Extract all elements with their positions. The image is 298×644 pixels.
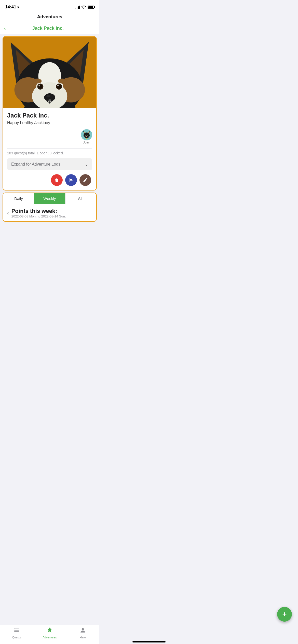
prev-week-button[interactable]: ‹: [7, 210, 9, 216]
card-body: Jack Pack Inc. Happy healthy Jackiboy: [3, 108, 96, 190]
flag-icon: [69, 178, 74, 183]
owner-name: Joan: [83, 140, 90, 144]
chevron-down-icon: ⌄: [85, 162, 88, 167]
card-title: Jack Pack Inc.: [7, 112, 92, 119]
action-buttons: [7, 173, 92, 188]
points-title: Points this week:: [11, 208, 66, 214]
points-date: 2022-08-08 Mon. to 2022-08-14 Sun.: [11, 214, 66, 218]
status-time: 14:41 ➤: [5, 5, 20, 10]
svg-rect-21: [48, 99, 51, 101]
delete-button[interactable]: [51, 174, 63, 186]
expand-adventure-logs-button[interactable]: Expand for Adventure Logs ⌄: [7, 158, 92, 170]
trash-icon: [54, 178, 59, 183]
points-content: Points this week: 2022-08-08 Mon. to 202…: [11, 208, 66, 218]
status-icons: [75, 5, 94, 9]
avatar: [81, 129, 92, 140]
avatar-row: Joan: [7, 129, 92, 144]
tab-all[interactable]: All-: [65, 193, 96, 204]
page-title: Adventures: [37, 14, 62, 19]
svg-point-34: [87, 134, 88, 136]
status-bar: 14:41 ➤: [0, 0, 99, 12]
dog-image: [3, 37, 96, 108]
group-name: Jack Pack Inc.: [8, 26, 88, 31]
signal-bars: [75, 5, 80, 9]
card-subtitle: Happy healthy Jackiboy: [7, 121, 92, 125]
svg-point-26: [84, 133, 90, 138]
tab-weekly[interactable]: Weekly: [34, 193, 65, 204]
edit-icon: [83, 178, 88, 183]
svg-point-22: [33, 79, 42, 84]
dog-illustration: [3, 37, 96, 108]
battery-icon: [88, 6, 94, 9]
tab-daily[interactable]: Daily: [3, 193, 34, 204]
location-icon: ➤: [17, 5, 20, 9]
nav-bar: ‹ Jack Pack Inc.: [0, 23, 99, 34]
time-label: 14:41: [5, 5, 16, 10]
second-card: Daily Weekly All- ‹ Points this week: 20…: [3, 193, 97, 222]
owner-avatar-container: Joan: [81, 129, 92, 144]
tab-bar: Daily Weekly All-: [3, 193, 96, 204]
svg-point-33: [85, 134, 86, 136]
adventure-card: Jack Pack Inc. Happy healthy Jackiboy: [3, 36, 97, 191]
expand-label: Expand for Adventure Logs: [11, 162, 60, 167]
page-header: Adventures: [0, 12, 99, 23]
edit-button[interactable]: [79, 174, 91, 186]
wifi-icon: [82, 5, 86, 9]
flag-button[interactable]: [65, 174, 77, 186]
divider: [7, 148, 92, 149]
svg-point-14: [38, 85, 40, 86]
svg-point-23: [58, 79, 67, 84]
svg-point-18: [57, 85, 59, 86]
points-section: ‹ Points this week: 2022-08-08 Mon. to 2…: [3, 204, 96, 219]
svg-point-20: [46, 95, 50, 97]
back-button[interactable]: ‹: [4, 25, 6, 31]
quest-info: 103 quest(s) total. 1 open; 0 locked.: [7, 151, 92, 155]
